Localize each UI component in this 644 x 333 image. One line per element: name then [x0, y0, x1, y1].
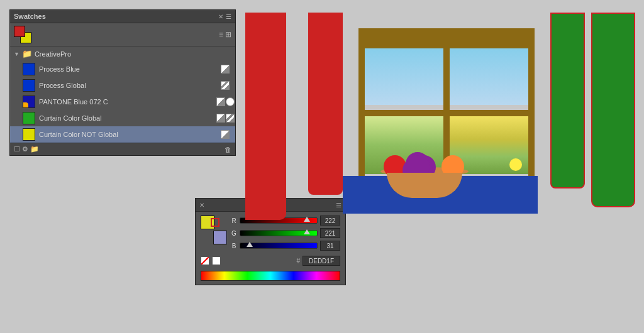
- fruit-bowl: [377, 154, 472, 198]
- process-icon: [216, 114, 225, 123]
- type-icons: [216, 114, 235, 123]
- swatch-type-icon: [220, 80, 230, 90]
- swatch-color: [23, 96, 35, 108]
- process-icon: [216, 97, 225, 106]
- fg-swatch[interactable]: [14, 26, 25, 37]
- window-pane-tl: [365, 48, 443, 105]
- global-icon: [226, 114, 235, 123]
- color-icons: [14, 26, 31, 43]
- swatch-type-icon: [220, 64, 230, 74]
- spot-icons: [216, 97, 235, 106]
- swatches-title: Swatches: [14, 13, 46, 20]
- swatch-row[interactable]: PANTONE Blue 072 C: [10, 94, 235, 110]
- window-pane-tr: [450, 48, 528, 105]
- panel-menu-icon[interactable]: ☰: [226, 13, 231, 20]
- fg-bg-swatches[interactable]: [14, 26, 31, 43]
- hex-input[interactable]: DEDD1F: [303, 256, 340, 266]
- group-label: CreativePro: [35, 50, 71, 58]
- trash-icon[interactable]: 🗑: [225, 146, 231, 153]
- pantone-indicator: [23, 102, 28, 107]
- swatch-color: [23, 128, 35, 141]
- swatches-panel: Swatches ✕ ☰ ≡ ⊞ ▼ 📁 CreativePro Process…: [9, 9, 236, 156]
- bg-color-box[interactable]: [213, 231, 227, 244]
- window-top-beam: [358, 28, 535, 42]
- list-view-icon[interactable]: ≡: [219, 30, 223, 39]
- swatch-name: Curtain Color Global: [39, 114, 216, 122]
- swatch-name: PANTONE Blue 072 C: [39, 98, 216, 106]
- color-panel-close-icon[interactable]: ✕: [199, 202, 204, 209]
- illustration-area: [245, 13, 635, 251]
- process-icon: [221, 130, 230, 139]
- bowl-body: [387, 173, 462, 198]
- titlebar-icons: ✕ ☰: [218, 13, 231, 20]
- folder-new-icon[interactable]: 📁: [30, 145, 39, 153]
- sky-tl: [365, 48, 443, 105]
- swatch-options-icon[interactable]: ⚙: [22, 145, 28, 153]
- swatches-list: ▼ 📁 CreativePro Process Blue Process Glo…: [10, 46, 235, 143]
- sky-tr: [450, 48, 528, 105]
- swatch-row[interactable]: Curtain Color NOT Global: [10, 126, 235, 143]
- curtain-right-inner: [550, 13, 585, 188]
- b-label: B: [231, 243, 237, 249]
- swatch-type-icon: [220, 113, 230, 123]
- swatch-color: [23, 112, 35, 124]
- swatch-color: [23, 79, 35, 92]
- view-icons: ≡ ⊞: [219, 30, 231, 39]
- swatch-color: [23, 63, 35, 75]
- swatch-row[interactable]: Process Global: [10, 77, 235, 94]
- swatch-type-icon: [220, 97, 230, 107]
- curtain-center: [308, 13, 343, 195]
- color-spectrum[interactable]: [201, 271, 340, 281]
- fg-bg-area: [201, 216, 227, 247]
- new-swatch-icon[interactable]: ☐: [14, 145, 20, 153]
- process-icon: [221, 65, 230, 74]
- swatches-toolbar: ≡ ⊞: [10, 23, 235, 46]
- sun: [509, 158, 522, 171]
- hex-label: #: [296, 258, 300, 265]
- g-label: G: [231, 230, 237, 237]
- folder-icon: 📁: [22, 49, 32, 58]
- swatch-group-header[interactable]: ▼ 📁 CreativePro: [10, 46, 235, 61]
- stroke-box[interactable]: [211, 218, 219, 227]
- curtain-right-outer: [591, 13, 635, 207]
- grid-view-icon[interactable]: ⊞: [225, 30, 231, 39]
- close-icon[interactable]: ✕: [218, 13, 223, 20]
- swatch-type-icon: [220, 129, 230, 139]
- swatch-name: Process Blue: [39, 65, 216, 73]
- swatch-row[interactable]: Process Blue: [10, 61, 235, 77]
- swatch-name: Curtain Color NOT Global: [39, 131, 216, 138]
- none-color-icon[interactable]: [201, 256, 209, 265]
- swatches-titlebar: Swatches ✕ ☰: [10, 10, 235, 23]
- group-arrow-icon: ▼: [14, 51, 19, 57]
- swatches-footer: ☐ ⚙ 📁 🗑: [10, 143, 235, 155]
- white-color-box[interactable]: [212, 256, 221, 265]
- curtain-left: [245, 13, 286, 220]
- swatch-row[interactable]: Curtain Color Global: [10, 110, 235, 126]
- global-icon: [221, 81, 230, 90]
- swatch-name: Process Global: [39, 82, 216, 89]
- color-hex-area: # DEDD1F: [196, 254, 345, 268]
- spot-icon: [226, 97, 235, 106]
- r-label: R: [231, 217, 237, 224]
